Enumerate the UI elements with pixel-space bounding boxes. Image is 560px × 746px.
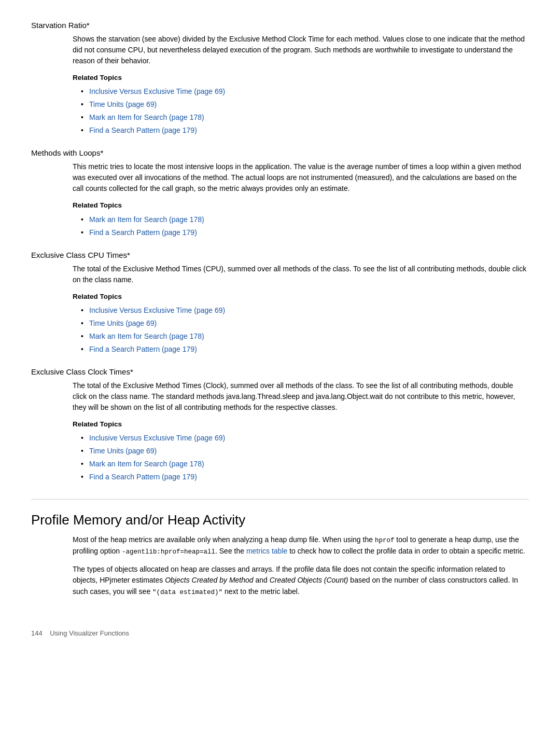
profile-italic1: Objects Created by Method bbox=[165, 576, 253, 584]
profile-body1-part4: to check how to collect the profile data… bbox=[287, 547, 525, 555]
exclusive-class-clock-text: The total of the Exclusive Method Times … bbox=[73, 380, 529, 413]
profile-body2-part2: and bbox=[254, 576, 270, 584]
methods-with-loops-related: Related Topics Mark an Item for Search (… bbox=[73, 200, 529, 238]
starvation-ratio-related: Related Topics Inclusive Versus Exclusiv… bbox=[73, 73, 529, 136]
link-mark-item-3[interactable]: Mark an Item for Search (page 178) bbox=[89, 332, 204, 340]
starvation-ratio-body: Shows the starvation (see above) divided… bbox=[73, 34, 529, 136]
list-item: Mark an Item for Search (page 178) bbox=[81, 214, 529, 225]
link-inclusive-exclusive-1[interactable]: Inclusive Versus Exclusive Time (page 69… bbox=[89, 87, 225, 95]
related-topics-heading-2: Related Topics bbox=[73, 200, 529, 211]
link-time-units-3[interactable]: Time Units (page 69) bbox=[89, 319, 157, 327]
methods-with-loops-links: Mark an Item for Search (page 178) Find … bbox=[81, 214, 529, 238]
exclusive-class-cpu-title: Exclusive Class CPU Times* bbox=[31, 251, 529, 259]
profile-body1-part3: . See the bbox=[215, 547, 246, 555]
methods-with-loops-section: Methods with Loops* This metric tries to… bbox=[31, 148, 529, 238]
link-find-pattern-2[interactable]: Find a Search Pattern (page 179) bbox=[89, 228, 197, 237]
profile-code1: hprof bbox=[375, 537, 395, 544]
related-topics-heading-3: Related Topics bbox=[73, 292, 529, 302]
link-time-units-1[interactable]: Time Units (page 69) bbox=[89, 100, 157, 108]
list-item: Find a Search Pattern (page 179) bbox=[81, 227, 529, 238]
exclusive-class-clock-links: Inclusive Versus Exclusive Time (page 69… bbox=[81, 433, 529, 482]
profile-memory-text-2: The types of objects allocated on heap a… bbox=[73, 564, 529, 598]
exclusive-class-cpu-body: The total of the Exclusive Method Times … bbox=[73, 264, 529, 355]
page-number: 144 bbox=[31, 629, 43, 637]
list-item: Mark an Item for Search (page 178) bbox=[81, 331, 529, 342]
exclusive-class-cpu-links: Inclusive Versus Exclusive Time (page 69… bbox=[81, 305, 529, 355]
link-inclusive-exclusive-4[interactable]: Inclusive Versus Exclusive Time (page 69… bbox=[89, 434, 225, 442]
link-find-pattern-1[interactable]: Find a Search Pattern (page 179) bbox=[89, 126, 197, 134]
list-item: Mark an Item for Search (page 178) bbox=[81, 112, 529, 123]
exclusive-class-cpu-section: Exclusive Class CPU Times* The total of … bbox=[31, 251, 529, 355]
list-item: Inclusive Versus Exclusive Time (page 69… bbox=[81, 86, 529, 97]
list-item: Find a Search Pattern (page 179) bbox=[81, 125, 529, 136]
list-item: Find a Search Pattern (page 179) bbox=[81, 344, 529, 355]
list-item: Inclusive Versus Exclusive Time (page 69… bbox=[81, 305, 529, 316]
exclusive-class-clock-section: Exclusive Class Clock Times* The total o… bbox=[31, 367, 529, 482]
list-item: Inclusive Versus Exclusive Time (page 69… bbox=[81, 433, 529, 444]
exclusive-class-cpu-related: Related Topics Inclusive Versus Exclusiv… bbox=[73, 292, 529, 355]
list-item: Time Units (page 69) bbox=[81, 99, 529, 110]
profile-italic2: Created Objects (Count) bbox=[270, 576, 348, 584]
profile-body2-part4: next to the metric label. bbox=[222, 587, 300, 596]
list-item: Mark an Item for Search (page 178) bbox=[81, 459, 529, 469]
profile-body1-part1: Most of the heap metrics are available o… bbox=[73, 535, 375, 544]
metrics-table-link[interactable]: metrics table bbox=[246, 547, 287, 555]
related-topics-heading-1: Related Topics bbox=[73, 73, 529, 83]
link-find-pattern-4[interactable]: Find a Search Pattern (page 179) bbox=[89, 473, 197, 481]
starvation-ratio-section: Starvation Ratio* Shows the starvation (… bbox=[31, 21, 529, 136]
related-topics-heading-4: Related Topics bbox=[73, 419, 529, 430]
profile-memory-body: Most of the heap metrics are available o… bbox=[73, 534, 529, 598]
exclusive-class-cpu-text: The total of the Exclusive Method Times … bbox=[73, 264, 529, 285]
profile-code2: -agentlib:hprof=heap=all bbox=[122, 548, 215, 556]
list-item: Find a Search Pattern (page 179) bbox=[81, 472, 529, 482]
link-mark-item-1[interactable]: Mark an Item for Search (page 178) bbox=[89, 113, 204, 121]
link-inclusive-exclusive-3[interactable]: Inclusive Versus Exclusive Time (page 69… bbox=[89, 306, 225, 314]
exclusive-class-clock-related: Related Topics Inclusive Versus Exclusiv… bbox=[73, 419, 529, 482]
list-item: Time Units (page 69) bbox=[81, 446, 529, 457]
exclusive-class-clock-body: The total of the Exclusive Method Times … bbox=[73, 380, 529, 482]
starvation-ratio-title: Starvation Ratio* bbox=[31, 21, 529, 30]
list-item: Time Units (page 69) bbox=[81, 318, 529, 329]
profile-memory-title: Profile Memory and/or Heap Activity bbox=[31, 499, 529, 528]
profile-memory-text-1: Most of the heap metrics are available o… bbox=[73, 534, 529, 558]
link-mark-item-2[interactable]: Mark an Item for Search (page 178) bbox=[89, 215, 204, 224]
page-title-footer: Using Visualizer Functions bbox=[50, 629, 129, 637]
link-find-pattern-3[interactable]: Find a Search Pattern (page 179) bbox=[89, 345, 197, 353]
starvation-ratio-text: Shows the starvation (see above) divided… bbox=[73, 34, 529, 66]
starvation-ratio-links: Inclusive Versus Exclusive Time (page 69… bbox=[81, 86, 529, 136]
methods-with-loops-title: Methods with Loops* bbox=[31, 148, 529, 157]
link-mark-item-4[interactable]: Mark an Item for Search (page 178) bbox=[89, 460, 204, 468]
link-time-units-4[interactable]: Time Units (page 69) bbox=[89, 447, 157, 455]
methods-with-loops-body: This metric tries to locate the most int… bbox=[73, 161, 529, 238]
profile-memory-section: Profile Memory and/or Heap Activity Most… bbox=[31, 499, 529, 598]
methods-with-loops-text: This metric tries to locate the most int… bbox=[73, 161, 529, 194]
exclusive-class-clock-title: Exclusive Class Clock Times* bbox=[31, 367, 529, 376]
profile-code3: "(data estimated)" bbox=[152, 589, 222, 596]
page-footer: 144 Using Visualizer Functions bbox=[31, 629, 529, 637]
